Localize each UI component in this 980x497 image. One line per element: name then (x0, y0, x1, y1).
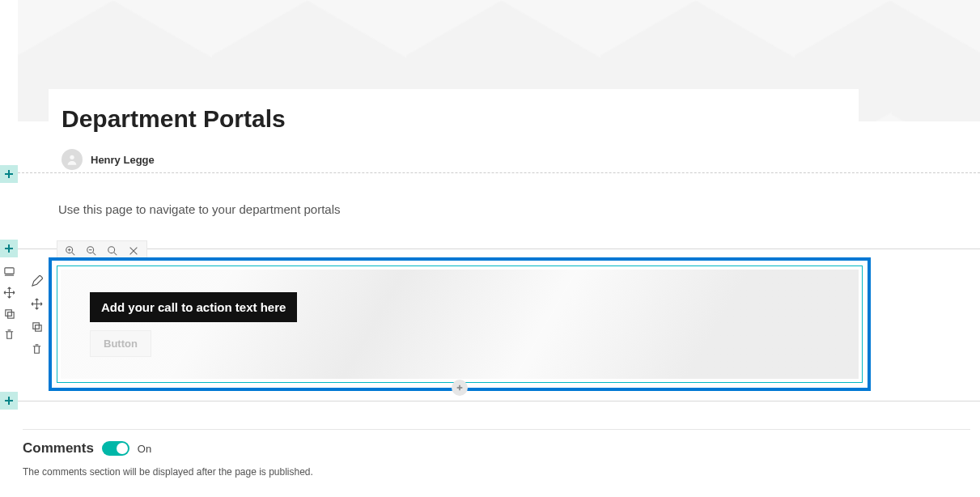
svg-point-19 (108, 246, 115, 253)
move-webpart-icon[interactable] (29, 296, 44, 311)
svg-rect-9 (7, 312, 14, 318)
section-toolbar (0, 264, 18, 342)
duplicate-section-icon[interactable] (2, 306, 16, 321)
svg-line-13 (72, 252, 75, 255)
section-boundary (18, 401, 980, 401)
close-icon[interactable] (127, 244, 140, 257)
comments-divider (23, 429, 970, 430)
page-title[interactable]: Department Portals (62, 105, 846, 133)
svg-rect-10 (32, 322, 39, 329)
delete-webpart-icon[interactable] (29, 342, 44, 356)
comments-toggle[interactable] (102, 441, 129, 456)
call-to-action-webpart[interactable]: Add your call to action text here Button (49, 257, 871, 391)
author-name[interactable]: Henry Legge (91, 154, 155, 166)
cta-inner: Add your call to action text here Button (57, 265, 863, 383)
title-divider (18, 172, 980, 173)
svg-rect-11 (35, 325, 41, 331)
zoom-in-icon[interactable] (64, 244, 77, 257)
comments-toggle-state: On (138, 443, 151, 455)
delete-section-icon[interactable] (2, 327, 16, 342)
add-section-button[interactable] (0, 392, 18, 410)
comments-note: The comments section will be displayed a… (23, 466, 313, 478)
add-section-button[interactable] (0, 240, 18, 257)
svg-rect-7 (4, 267, 13, 274)
add-webpart-handle[interactable] (452, 380, 468, 396)
title-area: Department Portals Henry Legge (49, 89, 859, 181)
svg-line-20 (114, 252, 117, 255)
cta-background: Add your call to action text here Button (61, 270, 859, 379)
zoom-out-icon[interactable] (85, 244, 98, 257)
webpart-toolbar (28, 274, 45, 356)
page-description[interactable]: Use this page to navigate to your depart… (58, 202, 341, 216)
svg-rect-8 (5, 309, 11, 316)
add-section-button[interactable] (0, 165, 18, 183)
svg-point-0 (70, 155, 74, 159)
comments-row: Comments On (23, 440, 151, 457)
avatar (62, 149, 83, 170)
move-section-icon[interactable] (2, 285, 16, 299)
cta-text[interactable]: Add your call to action text here (90, 292, 297, 322)
author-row: Henry Legge (62, 149, 846, 170)
section-boundary (18, 248, 980, 249)
svg-line-17 (93, 252, 96, 255)
cta-button[interactable]: Button (90, 330, 151, 357)
duplicate-webpart-icon[interactable] (29, 319, 44, 333)
edit-section-icon[interactable] (2, 264, 16, 278)
edit-webpart-icon[interactable] (29, 274, 44, 288)
comments-label: Comments (23, 440, 94, 457)
zoom-reset-icon[interactable] (106, 244, 119, 257)
